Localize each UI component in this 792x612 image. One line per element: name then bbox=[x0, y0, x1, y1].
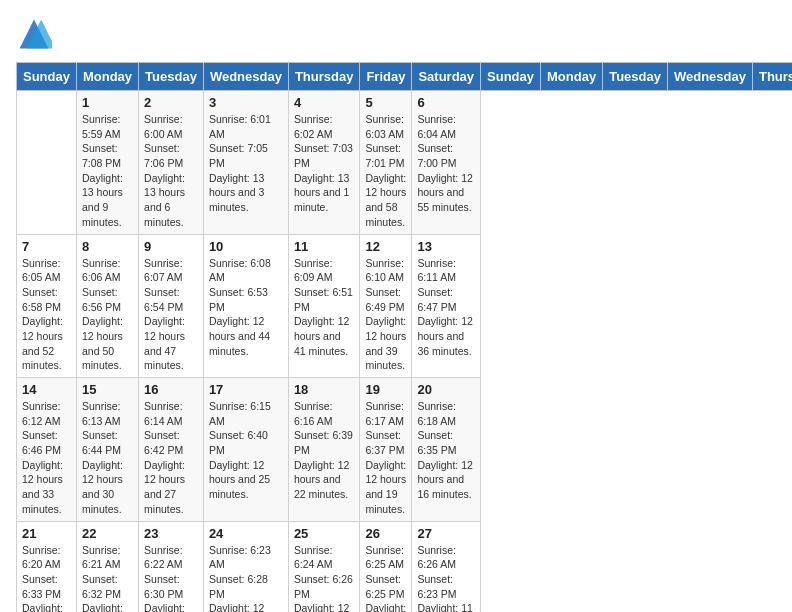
day-number: 16 bbox=[144, 382, 198, 397]
header-friday: Friday bbox=[360, 63, 412, 91]
calendar-cell: 15Sunrise: 6:13 AMSunset: 6:44 PMDayligh… bbox=[76, 378, 138, 522]
logo bbox=[16, 16, 56, 52]
calendar-cell: 12Sunrise: 6:10 AMSunset: 6:49 PMDayligh… bbox=[360, 234, 412, 378]
header-wednesday: Wednesday bbox=[203, 63, 288, 91]
cell-info: Sunrise: 5:59 AMSunset: 7:08 PMDaylight:… bbox=[82, 112, 133, 230]
calendar-cell: 9Sunrise: 6:07 AMSunset: 6:54 PMDaylight… bbox=[139, 234, 204, 378]
cell-info: Sunrise: 6:00 AMSunset: 7:06 PMDaylight:… bbox=[144, 112, 198, 230]
day-number: 17 bbox=[209, 382, 283, 397]
calendar-cell: 25Sunrise: 6:24 AMSunset: 6:26 PMDayligh… bbox=[288, 521, 360, 612]
header-sunday: Sunday bbox=[17, 63, 77, 91]
day-number: 18 bbox=[294, 382, 355, 397]
day-number: 23 bbox=[144, 526, 198, 541]
cell-info: Sunrise: 6:23 AMSunset: 6:28 PMDaylight:… bbox=[209, 543, 283, 613]
calendar-cell: 24Sunrise: 6:23 AMSunset: 6:28 PMDayligh… bbox=[203, 521, 288, 612]
cell-info: Sunrise: 6:16 AMSunset: 6:39 PMDaylight:… bbox=[294, 399, 355, 502]
cell-info: Sunrise: 6:08 AMSunset: 6:53 PMDaylight:… bbox=[209, 256, 283, 359]
calendar-cell: 6Sunrise: 6:04 AMSunset: 7:00 PMDaylight… bbox=[412, 91, 481, 235]
cell-info: Sunrise: 6:22 AMSunset: 6:30 PMDaylight:… bbox=[144, 543, 198, 613]
cell-info: Sunrise: 6:05 AMSunset: 6:58 PMDaylight:… bbox=[22, 256, 71, 374]
cell-info: Sunrise: 6:17 AMSunset: 6:37 PMDaylight:… bbox=[365, 399, 406, 517]
calendar-cell: 1Sunrise: 5:59 AMSunset: 7:08 PMDaylight… bbox=[76, 91, 138, 235]
day-number: 3 bbox=[209, 95, 283, 110]
header-monday: Monday bbox=[76, 63, 138, 91]
cell-info: Sunrise: 6:03 AMSunset: 7:01 PMDaylight:… bbox=[365, 112, 406, 230]
cell-info: Sunrise: 6:21 AMSunset: 6:32 PMDaylight:… bbox=[82, 543, 133, 613]
header-tuesday: Tuesday bbox=[603, 63, 668, 91]
calendar-cell: 5Sunrise: 6:03 AMSunset: 7:01 PMDaylight… bbox=[360, 91, 412, 235]
cell-info: Sunrise: 6:11 AMSunset: 6:47 PMDaylight:… bbox=[417, 256, 475, 359]
day-number: 12 bbox=[365, 239, 406, 254]
cell-info: Sunrise: 6:20 AMSunset: 6:33 PMDaylight:… bbox=[22, 543, 71, 613]
header-tuesday: Tuesday bbox=[139, 63, 204, 91]
calendar-header-row: SundayMondayTuesdayWednesdayThursdayFrid… bbox=[17, 63, 793, 91]
day-number: 10 bbox=[209, 239, 283, 254]
calendar-cell: 21Sunrise: 6:20 AMSunset: 6:33 PMDayligh… bbox=[17, 521, 77, 612]
cell-info: Sunrise: 6:14 AMSunset: 6:42 PMDaylight:… bbox=[144, 399, 198, 517]
calendar-cell: 16Sunrise: 6:14 AMSunset: 6:42 PMDayligh… bbox=[139, 378, 204, 522]
calendar-cell: 7Sunrise: 6:05 AMSunset: 6:58 PMDaylight… bbox=[17, 234, 77, 378]
calendar-cell: 20Sunrise: 6:18 AMSunset: 6:35 PMDayligh… bbox=[412, 378, 481, 522]
cell-info: Sunrise: 6:18 AMSunset: 6:35 PMDaylight:… bbox=[417, 399, 475, 502]
cell-info: Sunrise: 6:15 AMSunset: 6:40 PMDaylight:… bbox=[209, 399, 283, 502]
calendar-cell: 26Sunrise: 6:25 AMSunset: 6:25 PMDayligh… bbox=[360, 521, 412, 612]
calendar-table: SundayMondayTuesdayWednesdayThursdayFrid… bbox=[16, 62, 792, 612]
day-number: 27 bbox=[417, 526, 475, 541]
calendar-cell: 19Sunrise: 6:17 AMSunset: 6:37 PMDayligh… bbox=[360, 378, 412, 522]
day-number: 6 bbox=[417, 95, 475, 110]
day-number: 8 bbox=[82, 239, 133, 254]
cell-info: Sunrise: 6:25 AMSunset: 6:25 PMDaylight:… bbox=[365, 543, 406, 613]
header-thursday: Thursday bbox=[288, 63, 360, 91]
day-number: 1 bbox=[82, 95, 133, 110]
cell-info: Sunrise: 6:02 AMSunset: 7:03 PMDaylight:… bbox=[294, 112, 355, 215]
calendar-cell: 22Sunrise: 6:21 AMSunset: 6:32 PMDayligh… bbox=[76, 521, 138, 612]
header-thursday: Thursday bbox=[752, 63, 792, 91]
day-number: 13 bbox=[417, 239, 475, 254]
day-number: 11 bbox=[294, 239, 355, 254]
logo-icon bbox=[16, 16, 52, 52]
cell-info: Sunrise: 6:06 AMSunset: 6:56 PMDaylight:… bbox=[82, 256, 133, 374]
header-wednesday: Wednesday bbox=[667, 63, 752, 91]
calendar-week-1: 1Sunrise: 5:59 AMSunset: 7:08 PMDaylight… bbox=[17, 91, 793, 235]
calendar-cell: 23Sunrise: 6:22 AMSunset: 6:30 PMDayligh… bbox=[139, 521, 204, 612]
calendar-cell: 10Sunrise: 6:08 AMSunset: 6:53 PMDayligh… bbox=[203, 234, 288, 378]
cell-info: Sunrise: 6:24 AMSunset: 6:26 PMDaylight:… bbox=[294, 543, 355, 613]
calendar-cell bbox=[17, 91, 77, 235]
calendar-week-2: 7Sunrise: 6:05 AMSunset: 6:58 PMDaylight… bbox=[17, 234, 793, 378]
day-number: 7 bbox=[22, 239, 71, 254]
day-number: 15 bbox=[82, 382, 133, 397]
calendar-cell: 13Sunrise: 6:11 AMSunset: 6:47 PMDayligh… bbox=[412, 234, 481, 378]
calendar-cell: 2Sunrise: 6:00 AMSunset: 7:06 PMDaylight… bbox=[139, 91, 204, 235]
header-saturday: Saturday bbox=[412, 63, 481, 91]
day-number: 19 bbox=[365, 382, 406, 397]
calendar-week-4: 21Sunrise: 6:20 AMSunset: 6:33 PMDayligh… bbox=[17, 521, 793, 612]
header-monday: Monday bbox=[541, 63, 603, 91]
calendar-cell: 18Sunrise: 6:16 AMSunset: 6:39 PMDayligh… bbox=[288, 378, 360, 522]
day-number: 26 bbox=[365, 526, 406, 541]
calendar-cell: 27Sunrise: 6:26 AMSunset: 6:23 PMDayligh… bbox=[412, 521, 481, 612]
calendar-cell: 11Sunrise: 6:09 AMSunset: 6:51 PMDayligh… bbox=[288, 234, 360, 378]
cell-info: Sunrise: 6:26 AMSunset: 6:23 PMDaylight:… bbox=[417, 543, 475, 613]
cell-info: Sunrise: 6:09 AMSunset: 6:51 PMDaylight:… bbox=[294, 256, 355, 359]
calendar-cell: 3Sunrise: 6:01 AMSunset: 7:05 PMDaylight… bbox=[203, 91, 288, 235]
cell-info: Sunrise: 6:12 AMSunset: 6:46 PMDaylight:… bbox=[22, 399, 71, 517]
calendar-cell: 17Sunrise: 6:15 AMSunset: 6:40 PMDayligh… bbox=[203, 378, 288, 522]
cell-info: Sunrise: 6:01 AMSunset: 7:05 PMDaylight:… bbox=[209, 112, 283, 215]
day-number: 14 bbox=[22, 382, 71, 397]
calendar-cell: 4Sunrise: 6:02 AMSunset: 7:03 PMDaylight… bbox=[288, 91, 360, 235]
day-number: 25 bbox=[294, 526, 355, 541]
page-header bbox=[16, 16, 776, 52]
header-sunday: Sunday bbox=[481, 63, 541, 91]
calendar-cell: 8Sunrise: 6:06 AMSunset: 6:56 PMDaylight… bbox=[76, 234, 138, 378]
day-number: 4 bbox=[294, 95, 355, 110]
cell-info: Sunrise: 6:04 AMSunset: 7:00 PMDaylight:… bbox=[417, 112, 475, 215]
calendar-week-3: 14Sunrise: 6:12 AMSunset: 6:46 PMDayligh… bbox=[17, 378, 793, 522]
cell-info: Sunrise: 6:13 AMSunset: 6:44 PMDaylight:… bbox=[82, 399, 133, 517]
day-number: 5 bbox=[365, 95, 406, 110]
cell-info: Sunrise: 6:10 AMSunset: 6:49 PMDaylight:… bbox=[365, 256, 406, 374]
day-number: 24 bbox=[209, 526, 283, 541]
day-number: 20 bbox=[417, 382, 475, 397]
day-number: 22 bbox=[82, 526, 133, 541]
cell-info: Sunrise: 6:07 AMSunset: 6:54 PMDaylight:… bbox=[144, 256, 198, 374]
day-number: 2 bbox=[144, 95, 198, 110]
